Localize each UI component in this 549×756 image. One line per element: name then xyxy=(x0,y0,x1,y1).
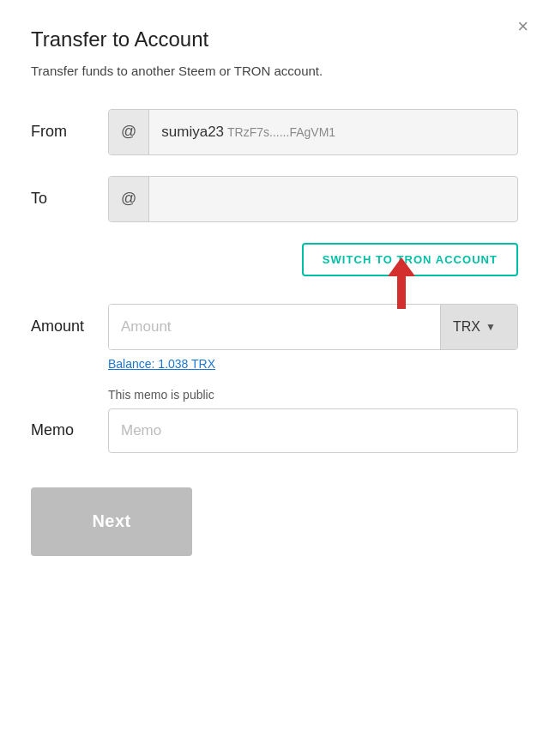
close-button[interactable]: × xyxy=(517,17,528,36)
to-input-group[interactable]: @ xyxy=(108,176,518,222)
currency-label: TRX xyxy=(453,319,480,335)
arrow-up-icon xyxy=(388,257,415,276)
balance-link[interactable]: Balance: 1.038 TRX xyxy=(108,357,518,371)
amount-row: Amount TRX ▼ xyxy=(31,304,518,350)
currency-selector[interactable]: TRX ▼ xyxy=(440,305,517,349)
transfer-dialog: × Transfer to Account Transfer funds to … xyxy=(0,0,549,756)
amount-label: Amount xyxy=(31,318,108,336)
to-at-symbol: @ xyxy=(109,177,149,221)
to-label: To xyxy=(31,190,108,208)
amount-input[interactable] xyxy=(109,305,440,349)
arrow-shaft xyxy=(397,276,406,309)
from-at-symbol: @ xyxy=(109,110,149,154)
dialog-title: Transfer to Account xyxy=(31,27,518,51)
from-input-group: @ sumiya23 TRzF7s......FAgVM1 xyxy=(108,109,518,155)
from-value: sumiya23 TRzF7s......FAgVM1 xyxy=(149,110,517,154)
memo-public-notice: This memo is public xyxy=(108,388,518,402)
from-label: From xyxy=(31,123,108,141)
memo-label: Memo xyxy=(31,421,108,439)
switch-row: SWITCH TO TRON ACCOUNT xyxy=(31,243,518,276)
from-username: sumiya23 xyxy=(161,124,224,141)
from-row: From @ sumiya23 TRzF7s......FAgVM1 xyxy=(31,109,518,155)
from-tron-address: TRzF7s......FAgVM1 xyxy=(227,125,335,139)
dialog-subtitle: Transfer funds to another Steem or TRON … xyxy=(31,62,518,82)
memo-input[interactable] xyxy=(108,408,518,453)
arrow-indicator xyxy=(388,257,415,309)
next-button[interactable]: Next xyxy=(31,487,192,556)
to-row: To @ xyxy=(31,176,518,222)
chevron-down-icon: ▼ xyxy=(486,321,496,333)
to-input[interactable] xyxy=(149,177,517,221)
amount-input-group: TRX ▼ xyxy=(108,304,518,350)
memo-row: Memo xyxy=(31,408,518,453)
